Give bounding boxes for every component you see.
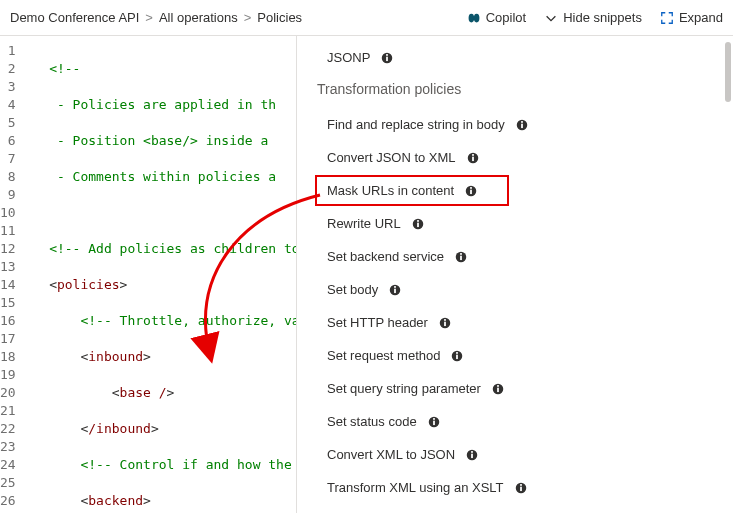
info-icon[interactable] — [438, 316, 452, 330]
svg-rect-3 — [386, 56, 388, 60]
policy-item-convert-json-xml[interactable]: Convert JSON to XML — [317, 144, 715, 171]
policy-item-convert-xml-json[interactable]: Convert XML to JSON — [317, 441, 715, 468]
svg-rect-25 — [444, 319, 446, 321]
hide-snippets-label: Hide snippets — [563, 10, 642, 25]
copilot-label: Copilot — [486, 10, 526, 25]
info-icon[interactable] — [388, 283, 402, 297]
breadcrumb: Demo Conference API > All operations > P… — [10, 10, 467, 25]
svg-rect-22 — [394, 286, 396, 288]
svg-rect-13 — [470, 187, 472, 189]
svg-rect-9 — [472, 156, 474, 160]
svg-point-0 — [468, 13, 474, 22]
svg-rect-16 — [417, 220, 419, 222]
policy-label: Set status code — [327, 414, 417, 429]
expand-label: Expand — [679, 10, 723, 25]
info-icon[interactable] — [515, 118, 529, 132]
svg-rect-36 — [471, 453, 473, 457]
policy-item-set-backend[interactable]: Set backend service — [317, 243, 715, 270]
svg-rect-19 — [460, 253, 462, 255]
policy-item-jsonp[interactable]: JSONP — [317, 44, 715, 71]
policy-item-set-body[interactable]: Set body — [317, 276, 715, 303]
scrollbar[interactable] — [725, 42, 731, 102]
policy-label: Set query string parameter — [327, 381, 481, 396]
policy-label: JSONP — [327, 50, 370, 65]
chevron-down-icon — [544, 11, 558, 25]
info-icon[interactable] — [491, 382, 505, 396]
svg-rect-31 — [497, 385, 499, 387]
info-icon[interactable] — [465, 448, 479, 462]
policy-item-set-query-string[interactable]: Set query string parameter — [317, 375, 715, 402]
policy-label: Transform XML using an XSLT — [327, 480, 504, 495]
policy-label: Set HTTP header — [327, 315, 428, 330]
policy-label: Rewrite URL — [327, 216, 401, 231]
expand-button[interactable]: Expand — [660, 10, 723, 25]
breadcrumb-separator: > — [244, 10, 252, 25]
svg-rect-4 — [386, 54, 388, 56]
code-editor[interactable]: 1234567891011121314151617181920212223242… — [0, 36, 297, 513]
policy-label: Mask URLs in content — [327, 183, 454, 198]
policy-item-set-status-code[interactable]: Set status code — [317, 408, 715, 435]
svg-rect-18 — [460, 255, 462, 259]
breadcrumb-item[interactable]: Demo Conference API — [10, 10, 139, 25]
policy-label: Convert XML to JSON — [327, 447, 455, 462]
policy-label: Set body — [327, 282, 378, 297]
info-icon[interactable] — [514, 481, 528, 495]
svg-point-1 — [473, 13, 479, 22]
info-icon[interactable] — [427, 415, 441, 429]
copilot-icon — [467, 11, 481, 25]
info-icon[interactable] — [464, 184, 478, 198]
policy-label: Convert JSON to XML — [327, 150, 456, 165]
policy-label: Set backend service — [327, 249, 444, 264]
svg-rect-34 — [433, 418, 435, 420]
policy-item-rewrite-url[interactable]: Rewrite URL — [317, 210, 715, 237]
copilot-button[interactable]: Copilot — [467, 10, 526, 25]
hide-snippets-button[interactable]: Hide snippets — [544, 10, 642, 25]
svg-rect-28 — [457, 352, 459, 354]
info-icon[interactable] — [411, 217, 425, 231]
svg-rect-40 — [520, 484, 522, 486]
svg-rect-6 — [521, 123, 523, 127]
svg-rect-15 — [417, 222, 419, 226]
breadcrumb-item[interactable]: All operations — [159, 10, 238, 25]
expand-icon — [660, 11, 674, 25]
svg-rect-27 — [457, 354, 459, 358]
svg-rect-21 — [394, 288, 396, 292]
svg-rect-37 — [471, 451, 473, 453]
svg-rect-33 — [433, 420, 435, 424]
breadcrumb-item[interactable]: Policies — [257, 10, 302, 25]
policy-label: Set request method — [327, 348, 440, 363]
code-content[interactable]: <!-- - Policies are applied in th - Posi… — [26, 36, 297, 513]
policy-panel: JSONP Transformation policies Find and r… — [297, 36, 733, 513]
policy-item-find-replace[interactable]: Find and replace string in body — [317, 111, 715, 138]
policy-item-set-request-method[interactable]: Set request method — [317, 342, 715, 369]
policy-label: Find and replace string in body — [327, 117, 505, 132]
info-icon[interactable] — [380, 51, 394, 65]
svg-rect-39 — [520, 486, 522, 490]
info-icon[interactable] — [454, 250, 468, 264]
breadcrumb-separator: > — [145, 10, 153, 25]
svg-rect-10 — [472, 154, 474, 156]
svg-rect-24 — [444, 321, 446, 325]
svg-rect-30 — [497, 387, 499, 391]
section-title: Transformation policies — [317, 81, 715, 97]
policy-item-set-http-header[interactable]: Set HTTP header — [317, 309, 715, 336]
policy-item-mask-urls[interactable]: Mask URLs in content — [317, 177, 507, 204]
svg-rect-12 — [470, 189, 472, 193]
line-gutter: 1234567891011121314151617181920212223242… — [0, 36, 26, 513]
info-icon[interactable] — [466, 151, 480, 165]
svg-rect-7 — [521, 121, 523, 123]
policy-item-transform-xslt[interactable]: Transform XML using an XSLT — [317, 474, 715, 501]
info-icon[interactable] — [450, 349, 464, 363]
